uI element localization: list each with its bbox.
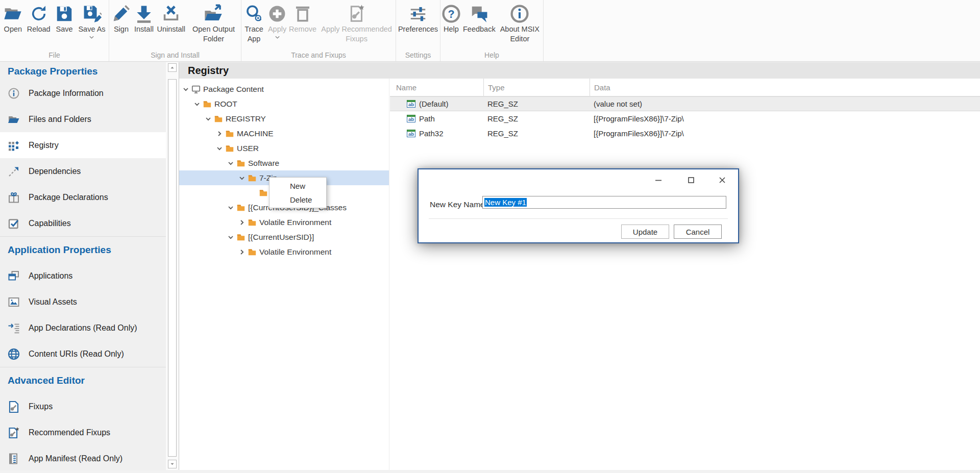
- chevron-right-icon[interactable]: [216, 130, 223, 137]
- scrollbar-thumb[interactable]: [168, 79, 177, 457]
- chevron-right-icon[interactable]: [238, 248, 246, 256]
- sidebar-item-package-declarations[interactable]: Package Declarations: [0, 184, 166, 210]
- content-uris-icon: [8, 348, 20, 360]
- tree-item-currentusersid-10[interactable]: [{CurrentUserSID}]: [179, 230, 389, 244]
- column-header-type[interactable]: Type: [483, 79, 590, 96]
- context-menu-item-new[interactable]: New: [270, 179, 326, 193]
- fixups-icon: [8, 401, 20, 413]
- toolbar-button-preferences[interactable]: Preferences: [397, 4, 439, 34]
- sidebar-item-label: Package Information: [29, 89, 104, 98]
- sidebar-item-label: Package Declarations: [29, 193, 108, 202]
- chevron-down-icon[interactable]: [182, 86, 189, 93]
- cancel-button[interactable]: Cancel: [674, 225, 722, 239]
- sidebar-item-registry[interactable]: Registry: [0, 132, 166, 158]
- sidebar-item-visual-assets[interactable]: Visual Assets: [0, 289, 166, 315]
- toolbar-button-feedback[interactable]: Feedback: [462, 4, 497, 34]
- main-panel: Registry Package ContentROOTREGISTRYMACH…: [179, 62, 980, 470]
- chevron-down-icon[interactable]: [227, 160, 234, 167]
- toolbar-button-remove[interactable]: Remove: [288, 4, 317, 34]
- chevron-down-icon[interactable]: [205, 115, 212, 122]
- sidebar-item-capabilities[interactable]: Capabilities: [0, 210, 166, 236]
- sidebar-item-fixups[interactable]: Fixups: [0, 393, 166, 419]
- maximize-icon[interactable]: [686, 175, 696, 185]
- sidebar-item-package-information[interactable]: Package Information: [0, 80, 166, 106]
- column-header-data[interactable]: Data: [590, 79, 980, 96]
- chevron-down-icon[interactable]: [227, 234, 234, 241]
- table-body: ab(Default)REG_SZ(value not set)abPathRE…: [390, 96, 980, 141]
- context-menu-item-delete[interactable]: Delete: [270, 193, 326, 207]
- ribbon-toolbar: OpenReloadSaveSave AsFileSignInstallUnin…: [0, 0, 980, 62]
- toolbar-button-apply[interactable]: Apply: [266, 4, 288, 39]
- tree-item-package-content-0[interactable]: Package Content: [179, 82, 389, 96]
- chevron-right-icon[interactable]: [238, 219, 246, 226]
- close-icon[interactable]: [717, 175, 727, 185]
- toolbar-button-about-msix-editor[interactable]: About MSIX Editor: [497, 4, 543, 44]
- toolbar-button-trace-app[interactable]: Trace App: [241, 4, 266, 44]
- tree-item-root-1[interactable]: ROOT: [179, 96, 389, 111]
- toolbar-button-install[interactable]: Install: [133, 4, 155, 34]
- toolbar-button-label: Open: [4, 24, 22, 34]
- sidebar-item-dependencies[interactable]: Dependencies: [0, 158, 166, 184]
- new-key-name-input[interactable]: New Key #1: [482, 196, 726, 209]
- sidebar-heading-advanced-editor: Advanced Editor: [0, 367, 166, 393]
- toolbar-button-help[interactable]: ?Help: [440, 4, 462, 34]
- update-button[interactable]: Update: [621, 225, 669, 239]
- toolbar-button-uninstall[interactable]: Uninstall: [156, 4, 186, 34]
- scroll-down-button[interactable]: [168, 460, 177, 468]
- string-value-icon: ab: [407, 130, 415, 137]
- tree-item-user-4[interactable]: USER: [179, 141, 389, 156]
- sidebar-scrollbar[interactable]: [166, 62, 179, 470]
- new-key-dialog: New Key Name: New Key #1 Update Cancel: [418, 168, 739, 243]
- sidebar-item-content-uris-read-only[interactable]: Content URIs (Read Only): [0, 341, 166, 367]
- sidebar-item-files-and-folders[interactable]: Files and Folders: [0, 106, 166, 132]
- toolbar-button-label: Sign: [114, 24, 129, 34]
- sidebar-heading-package-properties: Package Properties: [0, 62, 166, 80]
- value-data: [{ProgramFilesX86}]\7-Zip\: [590, 129, 980, 138]
- registry-icon: [8, 139, 20, 152]
- dropdown-chevron-icon: [89, 35, 94, 39]
- table-row-default[interactable]: ab(Default)REG_SZ(value not set): [390, 96, 980, 111]
- sidebar-section-package-properties: Package PropertiesPackage InformationFil…: [0, 62, 166, 236]
- minimize-icon[interactable]: [653, 175, 664, 185]
- sidebar-item-label: Capabilities: [29, 219, 71, 228]
- tree-folder-icon: [236, 233, 246, 242]
- toolbar-button-open-output-folder[interactable]: Open Output Folder: [187, 4, 239, 44]
- sidebar-item-app-declarations-read-only[interactable]: App Declarations (Read Only): [0, 315, 166, 341]
- applications-icon: [8, 270, 20, 282]
- toolbar-button-label: Install: [134, 24, 154, 34]
- triangle-down-icon: [170, 462, 175, 466]
- tree-item-software-5[interactable]: Software: [179, 156, 389, 170]
- column-header-name[interactable]: Name: [390, 79, 483, 96]
- toolbar-button-label: Uninstall: [157, 24, 185, 34]
- toolbar-button-reload[interactable]: Reload: [26, 4, 52, 34]
- chevron-down-icon[interactable]: [227, 204, 234, 211]
- tree-item-volatile-environment-9[interactable]: Volatile Environment: [179, 215, 389, 230]
- tree-item-machine-3[interactable]: MACHINE: [179, 126, 389, 141]
- sidebar-item-label: Fixups: [29, 402, 53, 411]
- app-manifest-icon: [8, 453, 20, 465]
- sidebar-item-app-manifest-read-only[interactable]: App Manifest (Read Only): [0, 445, 166, 470]
- chevron-down-icon[interactable]: [238, 175, 246, 182]
- toolbar-button-label: Save As: [78, 24, 105, 34]
- app-declarations-icon: [8, 322, 20, 334]
- table-row-path32[interactable]: abPath32REG_SZ[{ProgramFilesX86}]\7-Zip\: [390, 126, 980, 141]
- about-info-icon: [510, 4, 529, 23]
- sidebar-item-applications[interactable]: Applications: [0, 263, 166, 289]
- value-name: Path: [419, 114, 435, 123]
- toolbar-button-save[interactable]: Save: [54, 4, 75, 34]
- value-name: (Default): [419, 99, 449, 108]
- recommended-fixups-icon: [347, 4, 366, 23]
- toolbar-button-label: Open Output Folder: [188, 24, 238, 44]
- sidebar-item-recommended-fixups[interactable]: Recommended Fixups: [0, 419, 166, 445]
- scroll-up-button[interactable]: [168, 63, 177, 72]
- tree-item-volatile-environment-11[interactable]: Volatile Environment: [179, 244, 389, 259]
- toolbar-button-apply-recommended-fixups[interactable]: Apply Recommended Fixups: [317, 4, 396, 44]
- toolbar-button-open[interactable]: Open: [2, 4, 23, 34]
- chevron-down-icon[interactable]: [216, 145, 223, 152]
- toolbar-button-save-as[interactable]: Save As: [77, 4, 106, 39]
- chevron-down-icon[interactable]: [193, 101, 201, 108]
- tree-item-registry-2[interactable]: REGISTRY: [179, 111, 389, 126]
- tree-folder-icon: [214, 114, 223, 123]
- toolbar-button-sign[interactable]: Sign: [110, 4, 132, 34]
- table-row-path[interactable]: abPathREG_SZ[{ProgramFilesX86}]\7-Zip\: [390, 111, 980, 126]
